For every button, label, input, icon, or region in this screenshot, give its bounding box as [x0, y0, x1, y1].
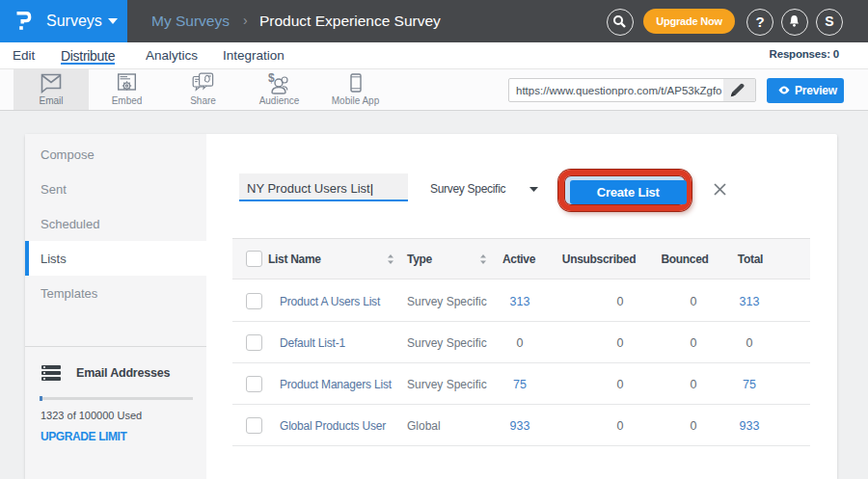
- svg-text:$: $: [268, 72, 275, 85]
